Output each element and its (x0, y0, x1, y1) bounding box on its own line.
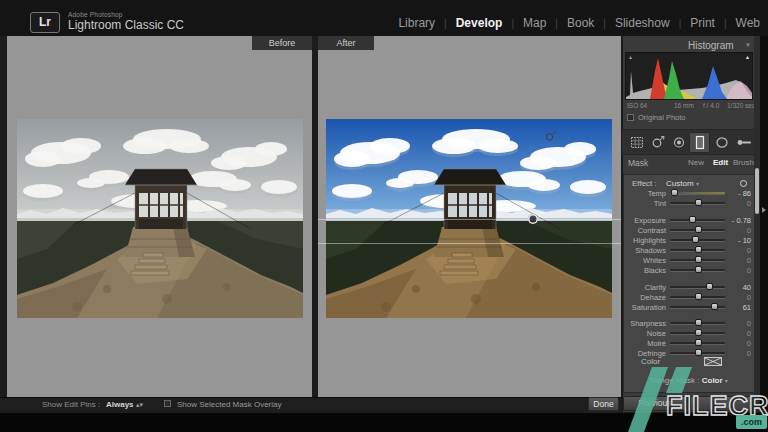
slider-track[interactable] (670, 259, 725, 261)
slider-value[interactable]: 0 (719, 339, 751, 348)
radial-filter-icon[interactable] (711, 132, 732, 153)
slider-value[interactable]: 40 (719, 283, 751, 292)
slider-track[interactable] (670, 202, 725, 204)
color-swatch[interactable] (704, 357, 722, 366)
slider-thumb[interactable] (695, 226, 702, 233)
slider-track[interactable] (670, 219, 725, 221)
bottom-strip (0, 413, 768, 432)
slider-value[interactable]: 0 (719, 266, 751, 275)
graduated-filter-guide-bottom[interactable] (318, 243, 621, 244)
after-tab: After (318, 36, 374, 50)
slider-track[interactable] (670, 269, 725, 271)
exif-stat: 16 mm (674, 102, 694, 109)
nav-separator: | (603, 18, 606, 29)
slider-value[interactable]: 0 (719, 349, 751, 358)
nav-separator: | (679, 18, 682, 29)
slider-value[interactable]: - 0.78 (719, 216, 751, 225)
graduated-filter-guide-top[interactable] (318, 219, 621, 220)
slider-value[interactable]: 0 (719, 329, 751, 338)
slider-thumb[interactable] (695, 339, 702, 346)
slider-value[interactable]: - 86 (719, 189, 751, 198)
slider-thumb[interactable] (695, 329, 702, 336)
module-tab-book[interactable]: Book (567, 16, 594, 30)
slider-thumb[interactable] (695, 246, 702, 253)
module-tab-print[interactable]: Print (690, 16, 715, 30)
stepper-icon[interactable]: ▴▾ (136, 401, 143, 409)
previous-button[interactable]: Previous (623, 396, 687, 411)
slider-thumb[interactable] (689, 216, 696, 223)
module-tab-library[interactable]: Library (398, 16, 435, 30)
mask-option-edit[interactable]: Edit (713, 158, 728, 167)
slider-thumb[interactable] (671, 189, 678, 196)
slider-track[interactable] (670, 322, 725, 324)
module-tab-develop[interactable]: Develop (456, 16, 503, 30)
module-tab-web[interactable]: Web (736, 16, 760, 30)
slider-track[interactable] (670, 332, 725, 334)
edit-pin[interactable] (528, 214, 538, 224)
slider-thumb[interactable] (695, 319, 702, 326)
color-label: Color (641, 357, 660, 366)
chevron-down-icon[interactable]: ▼ (745, 42, 751, 48)
slider-track[interactable] (670, 286, 725, 288)
slider-track[interactable] (670, 342, 725, 344)
slider-value[interactable]: 0 (719, 293, 751, 302)
slider-track[interactable] (670, 296, 725, 298)
slider-value[interactable]: 0 (719, 246, 751, 255)
original-photo-checkbox[interactable] (627, 114, 634, 121)
slider-track[interactable] (670, 352, 725, 354)
slider-thumb[interactable] (711, 303, 718, 310)
slider-track[interactable] (670, 229, 725, 231)
done-button[interactable]: Done (588, 397, 619, 411)
slider-value[interactable]: - 10 (719, 236, 751, 245)
slider-thumb[interactable] (695, 349, 702, 356)
module-tab-map[interactable]: Map (523, 16, 546, 30)
range-mask-row[interactable]: Range Mask : Color ▾ (623, 376, 755, 385)
crop-overlay-icon[interactable] (626, 132, 647, 153)
slider-value[interactable]: 0 (719, 256, 751, 265)
spot-removal-icon[interactable] (647, 132, 668, 153)
panel-collapse-arrow-icon[interactable] (762, 207, 766, 213)
slider-label: Highlights (624, 236, 666, 245)
brand-line-2: Lightroom Classic CC (68, 18, 184, 32)
slider-value[interactable]: 0 (719, 199, 751, 208)
slider-thumb[interactable] (692, 236, 699, 243)
mask-option-brush[interactable]: Brush (733, 158, 754, 167)
slider-thumb[interactable] (695, 199, 702, 206)
highlight-clipping-icon[interactable]: ▲ (745, 55, 750, 60)
adjustment-brush-icon[interactable] (732, 132, 753, 153)
scrollbar-thumb[interactable] (755, 168, 759, 214)
mask-overlay-checkbox[interactable] (164, 400, 171, 407)
slider-thumb[interactable] (695, 266, 702, 273)
slider-row-tint: Tint0 (624, 198, 754, 208)
panel-switch-icon[interactable] (740, 180, 747, 187)
chevron-down-icon[interactable]: ▾ (696, 180, 699, 187)
slider-track[interactable] (670, 192, 725, 194)
chevron-down-icon: ▾ (725, 378, 728, 384)
slider-label: Whites (624, 256, 666, 265)
slider-label: Moiré (624, 339, 666, 348)
slider-track[interactable] (670, 306, 725, 308)
slider-track[interactable] (670, 239, 725, 241)
module-tab-slideshow[interactable]: Slideshow (615, 16, 670, 30)
red-eye-icon[interactable] (668, 132, 689, 153)
slider-track[interactable] (670, 249, 725, 251)
show-edit-pins-dropdown[interactable]: Always (106, 400, 134, 409)
graduated-filter-icon[interactable] (689, 132, 710, 153)
slider-label: Temp (624, 189, 666, 198)
histogram-graph[interactable] (625, 52, 753, 100)
slider-thumb[interactable] (695, 256, 702, 263)
exif-stat: 1/320 sec (727, 102, 755, 109)
slider-thumb[interactable] (706, 283, 713, 290)
slider-value[interactable]: 61 (719, 303, 751, 312)
mask-option-new[interactable]: New (688, 158, 704, 167)
histogram-title[interactable]: Histogram (688, 40, 734, 51)
slider-thumb[interactable] (695, 293, 702, 300)
range-mask-value[interactable]: Color (702, 376, 723, 385)
slider-label: Tint (624, 199, 666, 208)
slider-value[interactable]: 0 (719, 226, 751, 235)
slider-row-whites: Whites0 (624, 255, 754, 265)
effect-preset-dropdown[interactable]: Custom (666, 179, 694, 188)
shadow-clipping-icon[interactable]: ▲ (628, 55, 633, 60)
reset-button[interactable] (690, 396, 755, 411)
slider-value[interactable]: 0 (719, 319, 751, 328)
